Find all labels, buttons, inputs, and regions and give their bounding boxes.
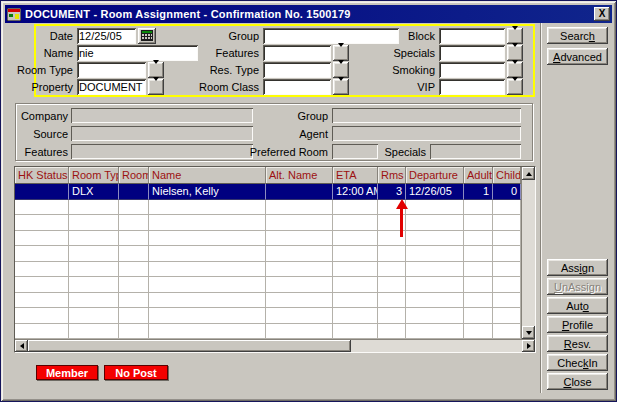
table-cell <box>15 262 69 278</box>
auto-button[interactable]: Auto <box>547 297 608 314</box>
calendar-button[interactable] <box>138 28 156 44</box>
close-icon[interactable]: X <box>594 7 610 21</box>
smoking-lov-button[interactable] <box>507 62 523 78</box>
block-lov-button[interactable] <box>507 28 523 44</box>
table-row-empty[interactable] <box>15 231 521 247</box>
advanced-button[interactable]: Advanced <box>547 48 608 65</box>
titlebar[interactable]: DOCUMENT - Room Assignment - Confirmatio… <box>5 5 612 23</box>
column-header-departure[interactable]: Departure <box>406 167 464 184</box>
features-value <box>71 144 253 159</box>
results-table: HK StatusRoom TypeRoomNameAlt. NameETARm… <box>14 166 536 353</box>
date-input[interactable] <box>77 28 136 44</box>
table-cell <box>149 231 266 247</box>
column-header-rms[interactable]: Rms <box>378 167 406 184</box>
room-class-lov-button[interactable] <box>333 79 349 95</box>
table-cell <box>266 324 333 340</box>
scroll-left-button[interactable] <box>15 340 28 352</box>
name-label: Name <box>13 47 73 59</box>
app-icon <box>7 8 21 21</box>
table-cell <box>493 324 521 340</box>
specials-lov-button[interactable] <box>507 45 523 61</box>
table-cell: 1 <box>464 184 493 200</box>
table-row-empty[interactable] <box>15 200 521 216</box>
table-cell <box>69 262 119 278</box>
table-cell <box>406 277 464 293</box>
member-badge: Member <box>36 365 98 380</box>
table-cell <box>15 184 69 200</box>
table-cell <box>69 200 119 216</box>
column-header-alt-name[interactable]: Alt. Name <box>266 167 333 184</box>
column-header-eta[interactable]: ETA <box>333 167 378 184</box>
smoking-input[interactable] <box>439 62 505 78</box>
search-button[interactable]: Search <box>547 27 608 44</box>
table-row-empty[interactable] <box>15 215 521 231</box>
panel-divider <box>540 23 542 393</box>
room-type-lov-button[interactable] <box>148 62 164 78</box>
res-type-lov-button[interactable] <box>333 62 349 78</box>
column-header-hk-status[interactable]: HK Status <box>15 167 69 184</box>
horizontal-scrollbar[interactable] <box>15 339 535 352</box>
vip-lov-button[interactable] <box>507 79 523 95</box>
down-arrow-icon <box>338 64 345 76</box>
table-cell <box>69 324 119 340</box>
property-input[interactable] <box>77 79 146 95</box>
name-input[interactable] <box>77 45 198 61</box>
room-class-input[interactable] <box>263 79 331 95</box>
room-type-input[interactable] <box>77 62 146 78</box>
assign-button[interactable]: Assign <box>547 259 608 276</box>
preferred-room-label: Preferred Room <box>241 146 328 158</box>
table-cell <box>119 184 149 200</box>
property-lov-button[interactable] <box>148 79 164 95</box>
table-cell <box>333 308 378 324</box>
column-header-room-type[interactable]: Room Type <box>69 167 119 184</box>
table-cell <box>119 215 149 231</box>
table-row-selected[interactable]: DLXNielsen, Kelly12:00 AM312/26/0510 <box>15 184 521 200</box>
column-header-room[interactable]: Room <box>119 167 149 184</box>
agent-value <box>332 126 521 141</box>
table-cell: Nielsen, Kelly <box>149 184 266 200</box>
table-cell <box>333 215 378 231</box>
table-cell <box>333 324 378 340</box>
table-cell <box>266 277 333 293</box>
table-cell <box>119 200 149 216</box>
features-search-input[interactable] <box>263 45 331 61</box>
vertical-scrollbar[interactable] <box>521 167 535 339</box>
table-row-empty[interactable] <box>15 324 521 340</box>
table-cell <box>266 215 333 231</box>
table-cell <box>378 308 406 324</box>
specials-search-input[interactable] <box>439 45 505 61</box>
scroll-down-button[interactable] <box>522 326 535 339</box>
scroll-right-button[interactable] <box>522 340 535 352</box>
table-cell <box>406 200 464 216</box>
table-cell: 3 <box>378 184 406 200</box>
horizontal-scroll-thumb[interactable] <box>28 340 351 352</box>
block-input[interactable] <box>439 28 505 44</box>
column-header-name[interactable]: Name <box>149 167 266 184</box>
table-cell <box>149 246 266 262</box>
table-row-empty[interactable] <box>15 308 521 324</box>
table-cell <box>149 293 266 309</box>
table-row-empty[interactable] <box>15 277 521 293</box>
table-cell <box>149 308 266 324</box>
profile-button[interactable]: Profile <box>547 316 608 333</box>
vip-input[interactable] <box>439 79 505 95</box>
table-row-empty[interactable] <box>15 262 521 278</box>
down-arrow-icon <box>512 64 519 76</box>
vip-label: VIP <box>366 81 435 93</box>
column-header-child[interactable]: Child <box>493 167 521 184</box>
table-cell <box>493 293 521 309</box>
scroll-up-button[interactable] <box>522 167 535 180</box>
date-label: Date <box>13 30 73 42</box>
features-lov-button[interactable] <box>333 45 349 61</box>
table-cell <box>119 293 149 309</box>
table-cell <box>15 277 69 293</box>
res-type-input[interactable] <box>263 62 331 78</box>
table-row-empty[interactable] <box>15 246 521 262</box>
column-header-adult[interactable]: Adult <box>464 167 493 184</box>
table-cell <box>464 200 493 216</box>
table-cell <box>69 308 119 324</box>
close-button[interactable]: Close <box>547 373 608 390</box>
check-in-button[interactable]: Check In <box>547 354 608 371</box>
resv-button[interactable]: Resv. <box>547 335 608 352</box>
table-row-empty[interactable] <box>15 293 521 309</box>
